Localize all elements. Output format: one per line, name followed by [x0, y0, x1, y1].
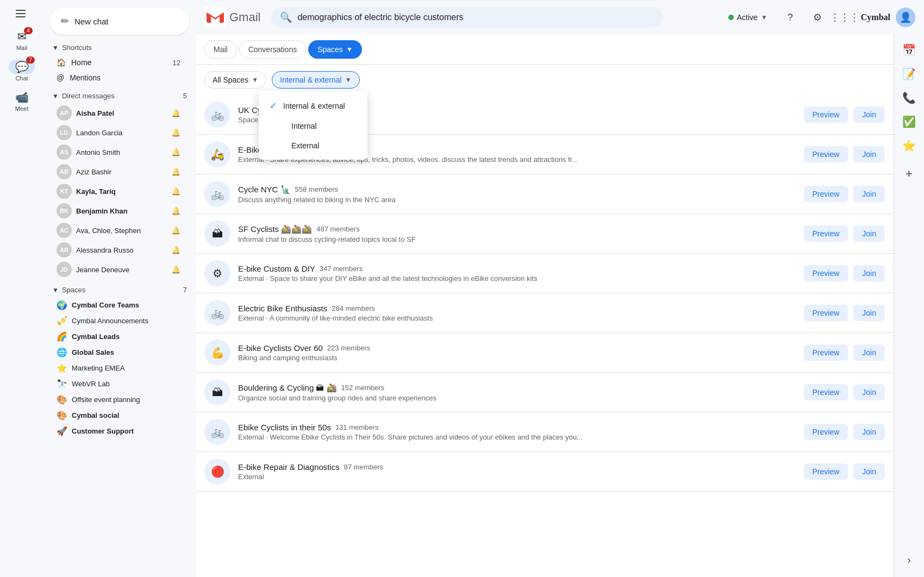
dm-avatar-8: JD	[57, 262, 72, 277]
search-bar[interactable]: 🔍	[271, 7, 663, 28]
app-header: Gmail 🔍 Active ▼ ? ⚙ ⋮⋮⋮ Cymbal 👤	[196, 0, 924, 35]
hamburger-menu[interactable]	[11, 5, 30, 22]
tasks-icon[interactable]: ✅	[898, 111, 920, 133]
space-icon-8: 🚲	[204, 419, 230, 445]
space-list-item-9[interactable]: 🔴 E-bike Repair & Diagnostics 87 members…	[196, 452, 894, 492]
join-button-8[interactable]: Join	[853, 424, 885, 440]
apps-button[interactable]: ⋮⋮⋮	[834, 7, 856, 28]
add-icon[interactable]: +	[898, 163, 920, 185]
space-info-5: Electric Bike Enthusiasts 284 members Ex…	[238, 304, 795, 322]
gmail-m-icon	[204, 7, 226, 28]
space-list-item-5[interactable]: 🚲 Electric Bike Enthusiasts 284 members …	[196, 293, 894, 333]
preview-button-2[interactable]: Preview	[804, 186, 848, 202]
expand-icon[interactable]: ›	[898, 549, 920, 570]
tab-spaces[interactable]: Spaces ▼	[308, 40, 362, 59]
nav-space-item-7[interactable]: 🎨 Cymbal social	[43, 407, 189, 423]
preview-button-0[interactable]: Preview	[804, 106, 848, 123]
space-desc-3: Informal chat to discuss cycling-related…	[238, 235, 673, 243]
space-list-item-3[interactable]: 🏔 SF Cyclists 🚵🚵🚵 487 members Informal c…	[196, 214, 894, 254]
keep-icon[interactable]: 📝	[898, 63, 920, 85]
dm-avatar-7: AR	[57, 242, 72, 258]
space-icon-3: 🏔	[204, 221, 230, 247]
nav-space-item-8[interactable]: 🚀 Customer Support	[43, 423, 189, 439]
preview-button-4[interactable]: Preview	[804, 265, 848, 281]
nav-space-item-1[interactable]: 🎺 Cymbal Announcements	[43, 313, 189, 329]
shortcuts-chevron: ▼	[52, 44, 59, 52]
right-sidebar: 📅 📝 📞 ✅ ⭐ + ›	[894, 35, 924, 577]
new-chat-button[interactable]: ✏ New chat	[50, 8, 189, 35]
star-icon[interactable]: ⭐	[898, 135, 920, 156]
dm-name-2: Antonio Smith	[76, 148, 120, 156]
dm-item-3[interactable]: AB Aziz Bashir 🔔	[43, 162, 189, 181]
nav-panel: ✏ New chat ▼ Shortcuts 🏠 Home 12 @ Menti…	[43, 0, 196, 577]
dropdown-item-internal-external[interactable]: ✓ Internal & external	[259, 95, 367, 116]
sidebar-item-chat[interactable]: 💬 7 Chat	[0, 55, 43, 86]
join-button-2[interactable]: Join	[853, 186, 885, 202]
sidebar-item-mail[interactable]: ✉ 4 Mail	[0, 25, 43, 55]
spaces-section[interactable]: ▼ Spaces 7	[43, 283, 196, 297]
space-icon-7: 🏔	[204, 379, 230, 405]
space-name-9: E-bike Repair & Diagnostics 87 members	[238, 462, 795, 472]
dropdown-item-external[interactable]: External	[259, 136, 367, 155]
space-list-item-6[interactable]: 💪 E-bike Cyclists Over 60 223 members Bi…	[196, 333, 894, 373]
nav-space-item-4[interactable]: ⭐ Marketing EMEA	[43, 360, 189, 376]
preview-button-6[interactable]: Preview	[804, 344, 848, 361]
preview-button-7[interactable]: Preview	[804, 384, 848, 400]
space-list-item-8[interactable]: 🚲 Ebike Cyclists in their 50s 131 member…	[196, 412, 894, 452]
dm-item-0[interactable]: AP Aisha Patel 🔔	[43, 103, 189, 123]
settings-button[interactable]: ⚙	[807, 7, 828, 28]
dropdown-option-1: Internal & external	[283, 102, 345, 110]
user-avatar[interactable]: 👤	[896, 8, 915, 27]
nav-home[interactable]: 🏠 Home 12	[43, 55, 189, 70]
join-button-3[interactable]: Join	[853, 225, 885, 242]
sidebar-item-meet[interactable]: 📹 Meet	[0, 86, 43, 116]
dm-section[interactable]: ▼ Direct messages 5	[43, 89, 196, 103]
dm-item-6[interactable]: AC Ava, Chloe, Stephen 🔔	[43, 221, 189, 240]
join-button-9[interactable]: Join	[853, 463, 885, 480]
tab-mail[interactable]: Mail	[204, 40, 237, 59]
dm-item-5[interactable]: BK Benjamin Khan 🔔	[43, 201, 189, 221]
space-name-5: Electric Bike Enthusiasts 284 members	[238, 304, 795, 313]
dm-item-1[interactable]: LG Landon Garcia 🔔	[43, 123, 189, 142]
dm-item-8[interactable]: JD Jeanne Deneuve 🔔	[43, 260, 189, 279]
preview-button-3[interactable]: Preview	[804, 225, 848, 242]
preview-button-9[interactable]: Preview	[804, 463, 848, 480]
mentions-icon: @	[57, 73, 64, 82]
nav-space-item-6[interactable]: 🎨 Offsite event planning	[43, 392, 189, 407]
space-list-item-7[interactable]: 🏔 Bouldering & Cycling 🏔 🚵 152 members O…	[196, 373, 894, 412]
dm-avatar-1: LG	[57, 125, 72, 140]
space-list-item-4[interactable]: ⚙ E-bike Custom & DIY 347 members Extern…	[196, 254, 894, 293]
dm-item-2[interactable]: AS Antonio Smith 🔔	[43, 142, 189, 162]
join-button-0[interactable]: Join	[853, 106, 885, 123]
dm-item-4[interactable]: KT Kayla, Tariq 🔔	[43, 181, 189, 201]
nav-space-item-0[interactable]: 🌍 Cymbal Core Teams	[43, 297, 189, 313]
nav-mentions[interactable]: @ Mentions	[43, 70, 189, 85]
nav-space-item-3[interactable]: 🌐 Global Sales	[43, 344, 189, 360]
new-chat-icon: ✏	[61, 15, 69, 27]
help-button[interactable]: ?	[779, 7, 801, 28]
shortcuts-section[interactable]: ▼ Shortcuts	[43, 40, 196, 55]
sidebar-meet-label: Meet	[15, 105, 28, 112]
nav-space-item-2[interactable]: 🌈 Cymbal Leads	[43, 329, 189, 344]
calendar-icon[interactable]: 📅	[898, 39, 920, 61]
join-button-4[interactable]: Join	[853, 265, 885, 281]
phone-icon[interactable]: 📞	[898, 87, 920, 109]
search-input[interactable]	[297, 12, 654, 22]
join-button-7[interactable]: Join	[853, 384, 885, 400]
dm-item-7[interactable]: AR Alessandra Russo 🔔	[43, 240, 189, 260]
preview-button-8[interactable]: Preview	[804, 424, 848, 440]
status-pill[interactable]: Active ▼	[722, 10, 774, 25]
tab-conversations[interactable]: Conversations	[239, 40, 307, 59]
join-button-1[interactable]: Join	[853, 146, 885, 162]
join-button-5[interactable]: Join	[853, 305, 885, 321]
preview-button-1[interactable]: Preview	[804, 146, 848, 162]
preview-button-5[interactable]: Preview	[804, 305, 848, 321]
all-spaces-filter[interactable]: All Spaces ▼	[204, 71, 266, 89]
dropdown-item-internal[interactable]: Internal	[259, 116, 367, 136]
space-name-2: Cycle NYC 🗽 558 members	[238, 185, 795, 195]
nav-space-item-5[interactable]: 🔭 WebVR Lab	[43, 376, 189, 392]
space-members-7: 152 members	[341, 384, 384, 392]
join-button-6[interactable]: Join	[853, 344, 885, 361]
visibility-filter[interactable]: Internal & external ▼	[272, 71, 360, 89]
space-list-item-2[interactable]: 🚲 Cycle NYC 🗽 558 members Discuss anythi…	[196, 174, 894, 214]
